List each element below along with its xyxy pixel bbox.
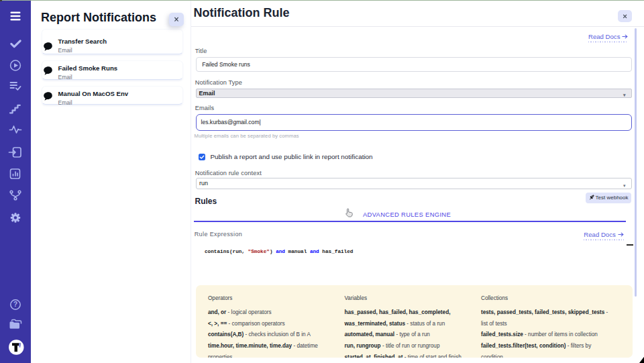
svg-text:?: ? xyxy=(13,301,17,308)
